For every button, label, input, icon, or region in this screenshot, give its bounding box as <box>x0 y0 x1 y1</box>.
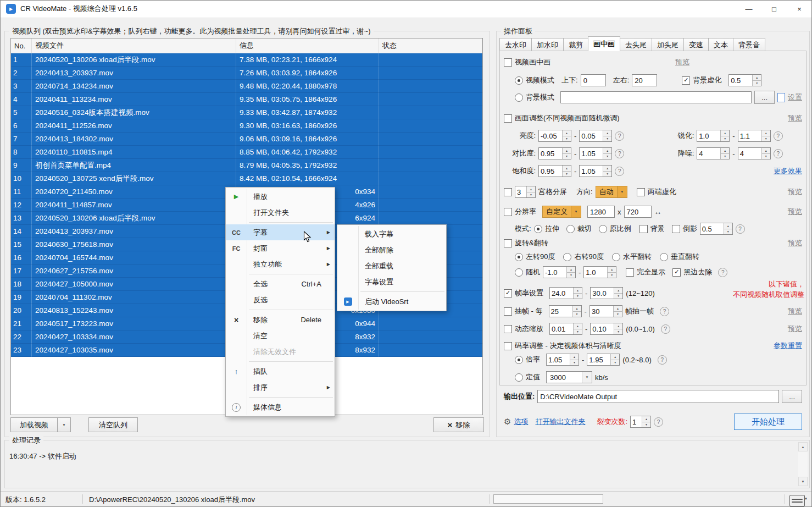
spin-down-icon[interactable]: ▼ <box>563 154 571 159</box>
scroll-up-icon[interactable]: ▲ <box>798 442 808 451</box>
table-row[interactable]: 320240714_134234.mov9.48 MB, 02:20.44, 1… <box>11 80 482 93</box>
skip-min-spinner[interactable]: 25▲▼ <box>549 305 582 317</box>
ratio-max-spinner[interactable]: 1.95▲▼ <box>587 354 620 366</box>
denoise-min-spinner[interactable]: 4▲▼ <box>697 147 730 159</box>
spin-down-icon[interactable]: ▼ <box>762 154 770 159</box>
spin-up-icon[interactable]: ▲ <box>573 306 581 312</box>
rotate-right-radio[interactable] <box>563 253 571 261</box>
table-row[interactable]: 620240411_112526.mov9.30 MB, 03:16.63, 1… <box>11 119 482 133</box>
spin-down-icon[interactable]: ▼ <box>574 329 582 335</box>
spin-down-icon[interactable]: ▼ <box>721 136 729 142</box>
swap-dimensions-icon[interactable]: ↔ <box>654 207 662 216</box>
col-header-info[interactable]: 信息 <box>236 38 379 53</box>
hflip-radio[interactable] <box>612 253 620 261</box>
spin-up-icon[interactable]: ▲ <box>642 416 650 422</box>
menu-item-select-all[interactable]: 全选Ctrl+A <box>226 276 335 292</box>
help-icon[interactable]: ? <box>615 149 624 158</box>
col-header-no[interactable]: No. <box>11 38 32 53</box>
brightness-min-spinner[interactable]: -0.05▲▼ <box>538 130 571 142</box>
tab-text[interactable]: 文本 <box>708 38 733 51</box>
skip-preview-link[interactable]: 预览 <box>788 306 802 316</box>
spin-up-icon[interactable]: ▲ <box>724 223 732 229</box>
bg-blur-checkbox[interactable]: ✓ <box>682 76 690 85</box>
minimize-button[interactable]: — <box>736 0 761 18</box>
help-icon[interactable]: ? <box>615 167 624 176</box>
random-radio[interactable] <box>515 268 523 277</box>
help-icon[interactable]: ? <box>736 224 745 234</box>
spin-up-icon[interactable]: ▲ <box>614 288 622 294</box>
submenu-item-subtitle-settings[interactable]: 字幕设置 <box>337 274 446 290</box>
spin-down-icon[interactable]: ▼ <box>567 273 575 278</box>
help-icon[interactable]: ? <box>774 131 783 141</box>
load-videos-label[interactable]: 加载视频 <box>11 418 57 432</box>
spin-down-icon[interactable]: ▼ <box>573 312 581 317</box>
help-icon[interactable]: ? <box>658 355 667 365</box>
spin-down-icon[interactable]: ▼ <box>753 81 761 86</box>
full-display-checkbox[interactable] <box>626 268 634 277</box>
spin-up-icon[interactable]: ▲ <box>762 148 770 154</box>
leftright-input[interactable]: 20 <box>632 74 657 86</box>
contrast-max-spinner[interactable]: 1.05▲▼ <box>579 147 612 159</box>
spin-up-icon[interactable]: ▲ <box>563 130 571 136</box>
sharpen-min-spinner[interactable]: 1.0▲▼ <box>697 130 730 142</box>
fixed-radio[interactable] <box>515 373 523 382</box>
split-count-spinner[interactable]: 1▲▼ <box>630 416 651 428</box>
framerate-max-spinner[interactable]: 30.0▲▼ <box>590 287 623 299</box>
spin-down-icon[interactable]: ▼ <box>762 136 770 142</box>
chevron-down-icon[interactable]: ▼ <box>804 497 808 500</box>
bg-checkbox[interactable] <box>639 225 648 233</box>
spin-down-icon[interactable]: ▼ <box>603 172 611 177</box>
edge-blur-checkbox[interactable] <box>637 188 645 196</box>
tab-trim-head-tail[interactable]: 去头尾 <box>620 38 652 51</box>
submenu-item-load-subtitle[interactable]: 载入字幕 <box>337 226 446 242</box>
contrast-min-spinner[interactable]: 0.95▲▼ <box>538 147 571 159</box>
ratio-radio[interactable] <box>515 356 523 364</box>
adjust-preview-link[interactable]: 预览 <box>788 113 802 123</box>
spin-down-icon[interactable]: ▼ <box>611 360 619 366</box>
file-icon[interactable] <box>777 93 785 102</box>
menu-item-standalone-tools[interactable]: 独立功能▶ <box>226 256 335 272</box>
spin-up-icon[interactable]: ▲ <box>611 354 619 360</box>
spin-down-icon[interactable]: ▼ <box>603 154 611 159</box>
denoise-max-spinner[interactable]: 4▲▼ <box>738 147 771 159</box>
grid-direction-select[interactable]: 自动▼ <box>596 186 627 198</box>
zoom-preview-link[interactable]: 预览 <box>788 324 802 334</box>
stretch-radio[interactable] <box>534 225 542 233</box>
rotate-left-radio[interactable] <box>515 253 523 261</box>
saturation-max-spinner[interactable]: 1.05▲▼ <box>579 165 612 177</box>
spin-up-icon[interactable]: ▲ <box>567 267 575 273</box>
spin-up-icon[interactable]: ▲ <box>721 148 729 154</box>
spin-down-icon[interactable]: ▼ <box>563 136 571 142</box>
spin-down-icon[interactable]: ▼ <box>614 312 622 317</box>
menu-item-invert-selection[interactable]: 反选 <box>226 292 335 308</box>
spin-up-icon[interactable]: ▲ <box>753 75 761 81</box>
spin-down-icon[interactable]: ▼ <box>614 294 622 299</box>
tab-crop[interactable]: 裁剪 <box>563 38 588 51</box>
table-row[interactable]: 9初创首页菜单配置.mp48.79 MB, 04:05.35, 1792x932 <box>11 159 482 172</box>
deblack-checkbox[interactable]: ✓ <box>672 268 681 277</box>
reflect-checkbox[interactable] <box>672 225 680 233</box>
table-row[interactable]: 820240110_110815.mp48.85 MB, 04:06.42, 1… <box>11 146 482 159</box>
output-path-input[interactable]: D:\CRVideoMate Output <box>537 390 779 403</box>
spin-up-icon[interactable]: ▲ <box>563 148 571 154</box>
options-link[interactable]: 选项 <box>514 417 528 427</box>
help-icon[interactable]: ? <box>718 268 727 277</box>
spin-up-icon[interactable]: ▲ <box>614 306 622 312</box>
framerate-checkbox[interactable]: ✓ <box>504 289 512 297</box>
sharpen-max-spinner[interactable]: 1.1▲▼ <box>738 130 771 142</box>
tab-remove-watermark[interactable]: 去水印 <box>499 38 532 51</box>
table-row[interactable]: 120240520_130206 xload后半段.mov7.38 MB, 02… <box>11 53 482 67</box>
help-icon[interactable]: ? <box>654 417 663 427</box>
menu-item-remove[interactable]: ×移除Delete <box>226 312 335 328</box>
menu-item-media-info[interactable]: i媒体信息 <box>226 399 335 415</box>
menu-item-cover[interactable]: FC封面▶ <box>226 240 335 256</box>
keep-ratio-radio[interactable] <box>599 225 607 233</box>
bg-browse-button[interactable]: ... <box>754 91 775 104</box>
resolution-checkbox[interactable] <box>504 208 512 216</box>
bitrate-checkbox[interactable] <box>504 342 512 350</box>
spin-down-icon[interactable]: ▼ <box>608 273 616 278</box>
saturation-min-spinner[interactable]: 0.95▲▼ <box>538 165 571 177</box>
clear-queue-button[interactable]: 清空队列 <box>88 417 138 432</box>
grid-checkbox[interactable] <box>504 188 512 196</box>
pip-preview-link[interactable]: 预览 <box>675 57 689 67</box>
